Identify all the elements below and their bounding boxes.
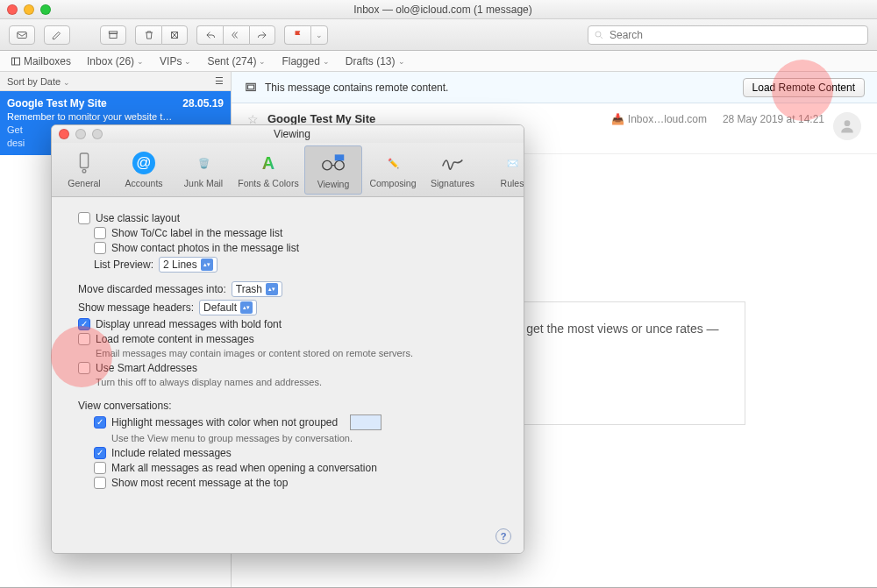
chk-markread[interactable] (94, 462, 106, 474)
close-icon[interactable] (59, 129, 69, 139)
highlight-note: Use the View menu to group messages by c… (111, 433, 504, 443)
junk-button[interactable] (161, 25, 188, 45)
reply-all-button[interactable] (223, 25, 249, 45)
chk-related[interactable] (94, 447, 106, 459)
reply-button[interactable] (196, 25, 223, 45)
svg-point-3 (595, 32, 601, 37)
svg-rect-12 (335, 154, 345, 160)
main-titlebar: Inbox — olo@icloud.com (1 message) (0, 0, 877, 19)
tab-junk[interactable]: 🗑️Junk Mail (175, 145, 232, 195)
svg-rect-8 (80, 153, 88, 168)
remote-content-text: This message contains remote content. (265, 81, 448, 94)
from-name: Google Test My Site (267, 112, 375, 125)
tab-composing[interactable]: ✏️Composing (364, 145, 422, 195)
svg-point-9 (82, 169, 86, 173)
chk-remote[interactable] (78, 333, 90, 345)
headers-select[interactable]: Default▴▾ (199, 300, 257, 315)
tab-signatures[interactable]: Signatures (424, 145, 481, 195)
prefs-titlebar: Viewing (52, 125, 524, 143)
mailbox-label: Inbox…loud.com (628, 113, 707, 125)
trash-button[interactable] (135, 25, 161, 45)
window-title: Inbox — olo@icloud.com (1 message) (60, 4, 826, 16)
prefs-tab-bar: General @Accounts 🗑️Junk Mail AFonts & C… (52, 143, 524, 197)
tab-fonts[interactable]: AFonts & Colors (234, 145, 303, 195)
forward-button[interactable] (249, 25, 275, 45)
filter-icon[interactable]: ☰ (215, 75, 224, 87)
zoom-icon[interactable] (92, 129, 103, 139)
svg-point-10 (323, 160, 332, 170)
message-date: 28 May 2019 at 14:21 (723, 113, 824, 125)
remote-content-icon (244, 81, 258, 94)
tab-flagged[interactable]: Flagged⌄ (282, 55, 329, 67)
tab-drafts[interactable]: Drafts (13)⌄ (346, 55, 405, 67)
new-mail-button[interactable] (9, 25, 35, 45)
compose-button[interactable] (44, 25, 70, 45)
chk-bold[interactable] (78, 318, 90, 330)
tab-vips[interactable]: VIPs⌄ (160, 55, 191, 67)
chk-classic[interactable] (78, 212, 90, 224)
remote-note: Email messages may contain images or con… (96, 348, 504, 358)
search-placeholder: Search (610, 29, 643, 41)
prefs-body: Use classic layout Show To/Cc label in t… (52, 197, 524, 553)
smart-note: Turn this off to always display names an… (96, 377, 504, 387)
minimize-icon[interactable] (24, 4, 34, 15)
help-button[interactable]: ? (496, 528, 511, 544)
fav-label: Mailboxes (24, 55, 71, 67)
svg-rect-4 (12, 58, 20, 65)
svg-rect-6 (248, 85, 254, 89)
chk-smart[interactable] (78, 362, 90, 374)
tab-sent[interactable]: Sent (274)⌄ (207, 55, 266, 67)
search-input[interactable]: Search (588, 25, 868, 45)
flag-button[interactable] (284, 25, 310, 45)
svg-point-11 (335, 160, 345, 170)
chk-tocc[interactable] (94, 227, 106, 239)
sort-header[interactable]: Sort by Date ⌄ ☰ (0, 72, 231, 91)
tab-general[interactable]: General (55, 145, 113, 195)
conv-header: View conversations: (78, 400, 504, 412)
svg-rect-0 (18, 32, 27, 38)
zoom-icon[interactable] (40, 4, 51, 15)
prefs-traffic-lights[interactable] (59, 129, 103, 139)
chk-recent[interactable] (94, 477, 106, 489)
tab-rules[interactable]: ✉️Rules (483, 145, 524, 195)
close-icon[interactable] (7, 4, 18, 15)
minimize-icon[interactable] (75, 129, 86, 139)
svg-rect-2 (110, 33, 117, 38)
main-toolbar: ⌄ Search (0, 19, 877, 51)
flag-menu-button[interactable]: ⌄ (310, 25, 328, 45)
archive-button[interactable] (100, 25, 126, 45)
chk-photos[interactable] (94, 242, 106, 254)
list-preview-select[interactable]: 2 Lines▴▾ (159, 257, 217, 273)
main-traffic-lights[interactable] (7, 4, 51, 15)
tab-viewing[interactable]: Viewing (304, 145, 362, 195)
tab-inbox[interactable]: Inbox (26)⌄ (87, 55, 144, 67)
preferences-window: Viewing General @Accounts 🗑️Junk Mail AF… (51, 124, 524, 554)
remote-content-bar: This message contains remote content. Lo… (232, 72, 877, 103)
discard-select[interactable]: Trash▴▾ (232, 281, 282, 297)
svg-point-7 (845, 120, 851, 126)
avatar (833, 112, 861, 140)
favorites-bar: Mailboxes Inbox (26)⌄ VIPs⌄ Sent (274)⌄ … (0, 51, 877, 72)
chk-highlight[interactable] (94, 416, 106, 429)
search-icon (594, 30, 604, 40)
highlight-color-swatch[interactable] (350, 414, 381, 430)
tab-accounts[interactable]: @Accounts (115, 145, 173, 195)
mailboxes-toggle[interactable]: Mailboxes (11, 55, 71, 67)
prefs-title: Viewing (111, 128, 473, 140)
load-remote-content-button[interactable]: Load Remote Content (743, 78, 865, 97)
